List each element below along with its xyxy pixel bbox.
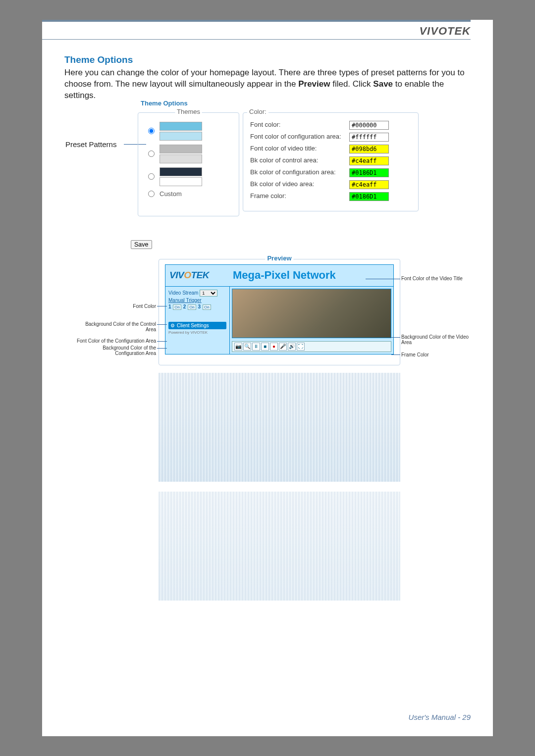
theme-radio-1[interactable]: [148, 128, 155, 134]
theme-radio-custom[interactable]: [148, 191, 155, 197]
callout-bg-control: Background Color of the Control Area: [74, 321, 156, 332]
color-group: Color: Font color:#000000 Font color of …: [243, 112, 419, 211]
color-value-6[interactable]: #0186D1: [349, 192, 389, 201]
color-value-5[interactable]: #c4eaff: [349, 180, 389, 189]
color-label-5: Bk color of video area:: [250, 180, 349, 188]
section-heading: Theme Options: [64, 54, 471, 65]
color-label-2: Font color of video title:: [250, 145, 349, 152]
fullscreen-icon[interactable]: ⛶: [297, 343, 305, 351]
record-icon[interactable]: ●: [270, 343, 278, 351]
trigger-num-1: 1: [168, 304, 171, 309]
trigger-on-3[interactable]: On: [203, 304, 211, 310]
powered-by-text: Powered by VIVOTEK: [168, 330, 226, 335]
themes-legend: Themes: [175, 108, 202, 115]
client-settings-button[interactable]: ⚙ Client Settings: [168, 322, 226, 329]
color-legend: Color:: [247, 108, 268, 115]
color-label-1: Font color of configuration area:: [250, 133, 349, 140]
color-value-0[interactable]: #000000: [349, 121, 389, 130]
themes-group: Themes Custom: [138, 112, 239, 216]
custom-label: Custom: [160, 190, 182, 198]
pause-icon[interactable]: ⏸: [252, 343, 260, 351]
preview-legend: Preview: [265, 254, 293, 262]
color-value-3[interactable]: #c4eaff: [349, 156, 389, 165]
gear-icon: ⚙: [170, 323, 175, 328]
callout-bg-video: Background Color of the Video Area: [401, 334, 476, 345]
color-label-6: Frame color:: [250, 192, 349, 200]
theme-options-legend: Theme Options: [139, 100, 190, 107]
preview-video-title: Mega-Pixel Network: [233, 269, 336, 282]
section-paragraph: Here you can change the color of your ho…: [64, 67, 471, 101]
theme-swatch-3: [160, 167, 202, 186]
theme-radio-2[interactable]: [148, 151, 155, 157]
preview-group: Preview VIVOTEK Mega-Pixel Network Video…: [159, 259, 400, 365]
body-bold2: Save: [373, 79, 393, 89]
preview-logo: VIVOTEK: [169, 270, 209, 281]
callout-font-color: Font Color: [79, 303, 156, 309]
color-value-4[interactable]: #0186D1: [349, 168, 389, 177]
callout-font-video-title: Font Color of the Video Title: [401, 276, 476, 281]
color-label-0: Font color:: [250, 121, 349, 128]
video-stream-select[interactable]: 1: [200, 290, 217, 297]
body-bold1: Preview: [298, 79, 330, 89]
video-stream-label: Video Stream: [168, 290, 198, 296]
save-button[interactable]: Save: [131, 240, 152, 249]
zoom-icon[interactable]: 🔍: [243, 343, 251, 351]
trigger-num-3: 3: [198, 304, 201, 309]
mic-icon[interactable]: 🎤: [279, 343, 287, 351]
callout-frame-color: Frame Color: [401, 352, 461, 357]
preview-video-area: 📷 🔍 ⏸ ■ ● 🎤 🔊 ⛶: [230, 287, 393, 354]
color-label-3: Bk color of control area:: [250, 156, 349, 164]
camera-icon[interactable]: 📷: [234, 343, 242, 351]
speaker-icon[interactable]: 🔊: [288, 343, 296, 351]
preview-video-frame: [232, 289, 391, 338]
body-part2: filed. Click: [330, 79, 373, 89]
preview-toolbar: 📷 🔍 ⏸ ■ ● 🎤 🔊 ⛶: [232, 341, 391, 352]
color-value-2[interactable]: #098bd6: [349, 145, 389, 153]
color-label-4: Bk color of configuration area:: [250, 168, 349, 176]
faded-previews: [159, 373, 400, 610]
page-footer: User's Manual - 29: [409, 713, 471, 721]
callout-bg-config: Background Color of the Configuration Ar…: [74, 345, 156, 356]
trigger-num-2: 2: [183, 304, 186, 309]
trigger-on-1[interactable]: On: [173, 304, 181, 310]
theme-swatch-1: [160, 122, 202, 141]
stop-icon[interactable]: ■: [261, 343, 269, 351]
preset-patterns-label: Preset Patterns: [65, 140, 116, 149]
preview-control-area: Video Stream 1 Manual Trigger 1 On 2 On …: [165, 287, 230, 354]
theme-swatch-2: [160, 145, 202, 163]
manual-trigger-label[interactable]: Manual Trigger: [168, 298, 226, 303]
trigger-on-2[interactable]: On: [188, 304, 196, 310]
callout-font-config: Font Color of the Configuration Area: [50, 338, 156, 344]
color-value-1[interactable]: #ffffff: [349, 133, 389, 142]
client-settings-label: Client Settings: [177, 323, 209, 328]
brand-text: VIVOTEK: [419, 25, 471, 38]
theme-radio-3[interactable]: [148, 173, 155, 180]
